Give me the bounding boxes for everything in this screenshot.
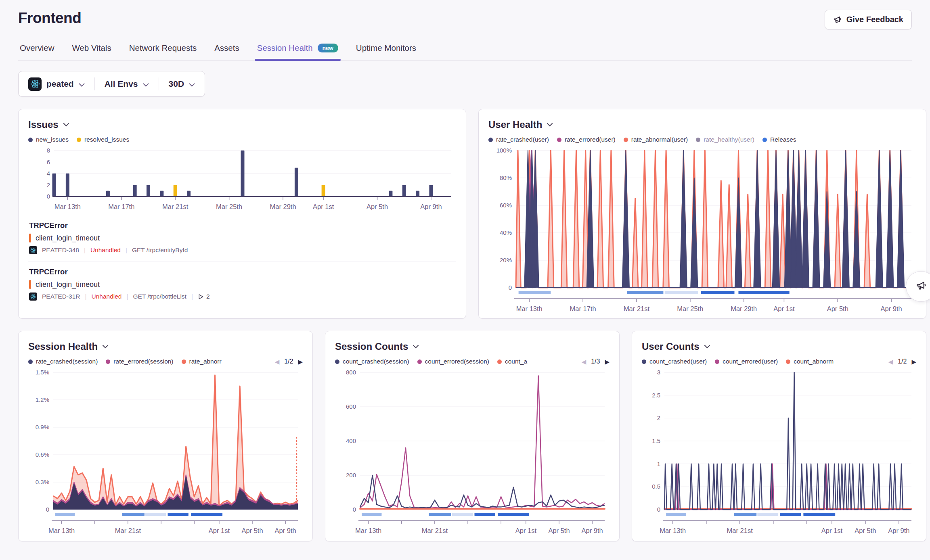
legend-label: resolved_issues [84, 136, 129, 143]
svg-text:Apr 5th: Apr 5th [367, 203, 388, 210]
pager-next-icon[interactable]: ▶ [605, 359, 610, 365]
svg-text:Apr 1st: Apr 1st [821, 527, 843, 534]
pager-prev-icon[interactable]: ◀ [888, 359, 893, 365]
pager-prev-icon[interactable]: ◀ [582, 359, 586, 365]
tab-label: Network Requests [129, 43, 197, 53]
user-counts-legend: count_crashed(user)count_errored(user)co… [642, 356, 916, 367]
svg-text:60%: 60% [500, 202, 512, 209]
issue-culprit-label[interactable]: client_login_timeout [36, 234, 100, 242]
legend-label: count_errored(user) [723, 358, 778, 365]
issues-panel-title-dropdown[interactable]: Issues [28, 119, 456, 130]
megaphone-icon [833, 15, 842, 24]
legend-item-count-abnorm[interactable]: count_abnorm [786, 358, 834, 365]
issue-error-type[interactable]: TRPCError [29, 267, 455, 276]
legend-dot-icon [642, 359, 646, 364]
legend-dot-icon [696, 138, 700, 142]
svg-text:40%: 40% [500, 229, 512, 236]
error-level-bar [29, 280, 31, 289]
issue-short-id[interactable]: PEATED-348 [42, 247, 79, 254]
session-health-chart: 00.3%0.6%0.9%1.2%1.5%Mar 13thMar 21stApr… [28, 368, 304, 534]
legend-pager: ◀1/3▶ [582, 358, 610, 365]
legend-item-count-crashed-user-[interactable]: count_crashed(user) [642, 358, 707, 365]
legend-label: rate_healthy(user) [704, 136, 754, 143]
svg-text:8: 8 [47, 147, 50, 154]
session-health-panel: Session Health rate_crashed(session)rate… [18, 331, 313, 541]
legend-item-new-issues[interactable]: new_issues [28, 136, 69, 143]
legend-dot-icon [786, 359, 790, 364]
pager-page-indicator: 1/2 [284, 358, 293, 365]
svg-text:Mar 21st: Mar 21st [422, 527, 448, 534]
legend-label: rate_abnorr [189, 358, 222, 365]
issue-culprit-label[interactable]: client_login_timeout [36, 280, 100, 289]
svg-text:Mar 29th: Mar 29th [731, 305, 757, 312]
legend-item-rate-abnorr[interactable]: rate_abnorr [182, 358, 222, 365]
give-feedback-button[interactable]: Give Feedback [825, 10, 912, 29]
issue-replay-count[interactable]: 2 [198, 293, 210, 300]
svg-text:Apr 9th: Apr 9th [881, 305, 902, 312]
legend-item-rate-errored-session-[interactable]: rate_errored(session) [106, 358, 173, 365]
legend-item-rate-abnormal-user-[interactable]: rate_abnormal(user) [624, 136, 688, 143]
user-health-panel-title-dropdown[interactable]: User Health [488, 119, 916, 130]
user-counts-panel-title-dropdown[interactable]: User Counts [642, 341, 916, 352]
legend-dot-icon [557, 138, 561, 142]
issue-short-id[interactable]: PEATED-31R [42, 293, 80, 300]
environment-filter[interactable]: All Envs [95, 71, 159, 96]
legend-label: new_issues [36, 136, 69, 143]
svg-text:Mar 13th: Mar 13th [660, 527, 686, 534]
project-filter[interactable]: peated [19, 71, 94, 96]
legend-label: count_a [505, 358, 527, 365]
legend-label: rate_abnormal(user) [631, 136, 688, 143]
svg-text:Mar 13th: Mar 13th [54, 203, 81, 210]
svg-text:Mar 25th: Mar 25th [677, 305, 703, 312]
legend-item-count-crashed-session-[interactable]: count_crashed(session) [335, 358, 409, 365]
tab-web-vitals[interactable]: Web Vitals [71, 41, 112, 60]
chevron-down-icon [63, 121, 69, 128]
svg-text:Apr 5th: Apr 5th [548, 527, 570, 534]
legend-item-count-a[interactable]: count_a [497, 358, 527, 365]
legend-dot-icon [106, 359, 110, 364]
tab-assets[interactable]: Assets [214, 41, 240, 60]
tab-network-requests[interactable]: Network Requests [128, 41, 197, 60]
legend-item-rate-crashed-session-[interactable]: rate_crashed(session) [28, 358, 98, 365]
legend-item-rate-healthy-user-[interactable]: rate_healthy(user) [696, 136, 754, 143]
legend-item-rate-errored-user-[interactable]: rate_errored(user) [557, 136, 616, 143]
legend-item-releases[interactable]: Releases [762, 136, 796, 143]
svg-text:Mar 29th: Mar 29th [270, 203, 296, 210]
top-panels-row: Issues new_issuesresolved_issues 02468Ma… [18, 109, 912, 319]
pager-next-icon[interactable]: ▶ [298, 359, 303, 365]
issue-error-type[interactable]: TRPCError [29, 221, 455, 230]
pager-next-icon[interactable]: ▶ [911, 359, 916, 365]
legend-label: count_crashed(user) [649, 358, 707, 365]
session-counts-chart: 0200400600800Mar 13thMar 21stApr 1stApr … [335, 368, 610, 534]
svg-text:Apr 5th: Apr 5th [827, 305, 848, 312]
svg-text:0.5: 0.5 [652, 483, 660, 490]
session-counts-panel-title-dropdown[interactable]: Session Counts [335, 341, 610, 352]
date-range-filter[interactable]: 30D [159, 71, 205, 96]
page-header: Frontend Give Feedback [18, 0, 912, 29]
meta-divider: | [84, 247, 86, 254]
tab-uptime-monitors[interactable]: Uptime Monitors [355, 41, 417, 60]
session-health-panel-title-dropdown[interactable]: Session Health [28, 341, 303, 352]
tab-session-health[interactable]: Session Healthnew [256, 41, 339, 60]
legend-dot-icon [335, 359, 339, 364]
legend-dot-icon [417, 359, 422, 364]
page-filter-bar: peated All Envs 30D [18, 71, 205, 97]
pager-page-indicator: 1/3 [591, 358, 600, 365]
svg-text:100%: 100% [496, 147, 512, 154]
legend-label: rate_crashed(session) [36, 358, 98, 365]
legend-label: Releases [770, 136, 796, 143]
svg-text:2: 2 [657, 414, 660, 421]
legend-dot-icon [715, 359, 719, 364]
legend-item-count-errored-session-[interactable]: count_errored(session) [417, 358, 489, 365]
page-tabs: OverviewWeb VitalsNetwork RequestsAssets… [18, 41, 912, 61]
tab-overview[interactable]: Overview [19, 41, 55, 60]
environment-filter-value: All Envs [105, 79, 138, 89]
svg-text:0: 0 [46, 506, 49, 513]
legend-item-count-errored-user-[interactable]: count_errored(user) [715, 358, 778, 365]
svg-text:400: 400 [346, 437, 356, 444]
pager-prev-icon[interactable]: ◀ [275, 359, 280, 365]
legend-item-resolved-issues[interactable]: resolved_issues [77, 136, 129, 143]
issue-unhandled-tag: Unhandled [92, 293, 122, 300]
svg-text:Mar 21st: Mar 21st [624, 305, 650, 312]
legend-item-rate-crashed-user-[interactable]: rate_crashed(user) [488, 136, 549, 143]
